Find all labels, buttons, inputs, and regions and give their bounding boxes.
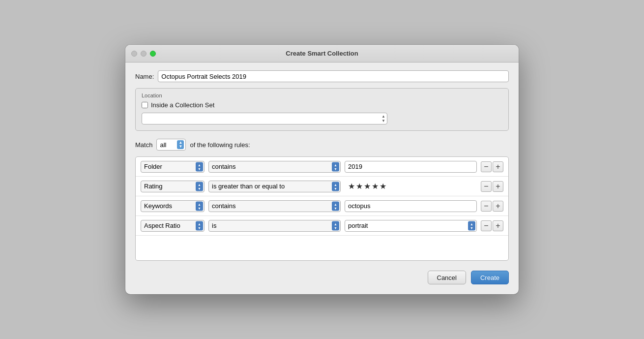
- traffic-lights: [131, 51, 156, 57]
- rule4-op-wrapper: is is not ▲ ▼: [208, 220, 341, 232]
- collection-set-wrapper: ▲ ▼: [142, 113, 387, 124]
- rule2-buttons: − +: [481, 181, 503, 192]
- rule1-value-input[interactable]: [345, 161, 477, 173]
- rule3-buttons: − +: [481, 201, 503, 212]
- create-button[interactable]: Create: [471, 271, 509, 284]
- window-title: Create Smart Collection: [286, 50, 358, 57]
- rule2-remove-button[interactable]: −: [481, 181, 492, 192]
- rule4-buttons: − +: [481, 220, 503, 231]
- table-row: Folder Rating Keywords Aspect Ratio ▲ ▼ …: [136, 177, 508, 196]
- dialog-body: Name: Location Inside a Collection Set ▲…: [125, 62, 519, 294]
- rule-field-wrapper: Folder Rating Keywords Aspect Ratio ▲ ▼: [141, 220, 205, 232]
- table-row: Folder Rating Keywords Aspect Ratio ▲ ▼ …: [136, 196, 508, 216]
- rule4-field-select[interactable]: Folder Rating Keywords Aspect Ratio: [141, 220, 205, 232]
- rule3-value-input[interactable]: [345, 200, 477, 212]
- rule3-value-wrapper: [345, 200, 477, 212]
- rule-field-wrapper: Folder Rating Keywords Aspect Ratio ▲ ▼: [141, 161, 205, 173]
- rule4-op-select[interactable]: is is not: [208, 220, 341, 232]
- empty-rule-row: [136, 236, 508, 260]
- location-legend: Location: [142, 92, 502, 98]
- rule1-remove-button[interactable]: −: [481, 161, 492, 172]
- rule4-value-select-wrapper: landscape portrait square ▲ ▼: [345, 220, 477, 232]
- table-row: Folder Rating Keywords Aspect Ratio ▲ ▼ …: [136, 157, 508, 177]
- rule1-add-button[interactable]: +: [493, 161, 503, 172]
- location-section: Location Inside a Collection Set ▲ ▼: [135, 88, 509, 131]
- rules-table: Folder Rating Keywords Aspect Ratio ▲ ▼ …: [135, 156, 509, 261]
- rule1-op-wrapper: contains does not contain is is not ▲ ▼: [208, 161, 341, 173]
- match-select-wrapper: all any ▲ ▼: [156, 139, 186, 151]
- close-button[interactable]: [131, 51, 137, 57]
- rule2-stars-display[interactable]: ★★★★★: [345, 181, 477, 192]
- inside-collection-checkbox[interactable]: [142, 102, 148, 108]
- name-input[interactable]: [158, 70, 509, 82]
- checkbox-row: Inside a Collection Set: [142, 101, 502, 109]
- rule3-op-select[interactable]: contains does not contain is is not: [208, 200, 341, 212]
- match-suffix: of the following rules:: [190, 141, 250, 149]
- rule2-op-wrapper: is is greater than or equal to is less t…: [208, 181, 341, 192]
- bottom-buttons: Cancel Create: [135, 269, 509, 286]
- rule3-field-select[interactable]: Folder Rating Keywords Aspect Ratio: [141, 200, 205, 212]
- match-row: Match all any ▲ ▼ of the following rules…: [135, 139, 509, 151]
- rule1-op-select[interactable]: contains does not contain is is not: [208, 161, 341, 173]
- rule3-add-button[interactable]: +: [493, 201, 503, 212]
- cancel-button[interactable]: Cancel: [428, 271, 466, 284]
- rule-field-wrapper: Folder Rating Keywords Aspect Ratio ▲ ▼: [141, 200, 205, 212]
- dialog-window: Create Smart Collection Name: Location I…: [125, 45, 519, 294]
- table-row: Folder Rating Keywords Aspect Ratio ▲ ▼ …: [136, 216, 508, 236]
- title-bar: Create Smart Collection: [125, 45, 519, 62]
- rule2-field-select[interactable]: Folder Rating Keywords Aspect Ratio: [141, 181, 205, 192]
- minimize-button[interactable]: [141, 51, 146, 57]
- rule-field-wrapper: Folder Rating Keywords Aspect Ratio ▲ ▼: [141, 181, 205, 192]
- rule4-add-button[interactable]: +: [493, 220, 503, 231]
- collection-set-select[interactable]: [142, 113, 387, 124]
- rule1-buttons: − +: [481, 161, 503, 172]
- rule2-value-wrapper: ★★★★★: [345, 181, 477, 192]
- match-select[interactable]: all any: [156, 139, 186, 151]
- name-row: Name:: [135, 70, 509, 82]
- rule2-add-button[interactable]: +: [493, 181, 503, 192]
- rule2-op-select[interactable]: is is greater than or equal to is less t…: [208, 181, 341, 192]
- name-label: Name:: [135, 73, 154, 80]
- match-prefix: Match: [135, 141, 152, 149]
- checkbox-label: Inside a Collection Set: [151, 101, 214, 109]
- maximize-button[interactable]: [150, 51, 156, 57]
- rule3-op-wrapper: contains does not contain is is not ▲ ▼: [208, 200, 341, 212]
- rule3-remove-button[interactable]: −: [481, 201, 492, 212]
- rule4-remove-button[interactable]: −: [481, 220, 492, 231]
- rule1-value-wrapper: [345, 161, 477, 173]
- rule1-field-select[interactable]: Folder Rating Keywords Aspect Ratio: [141, 161, 205, 173]
- rule4-value-select[interactable]: landscape portrait square: [345, 220, 477, 232]
